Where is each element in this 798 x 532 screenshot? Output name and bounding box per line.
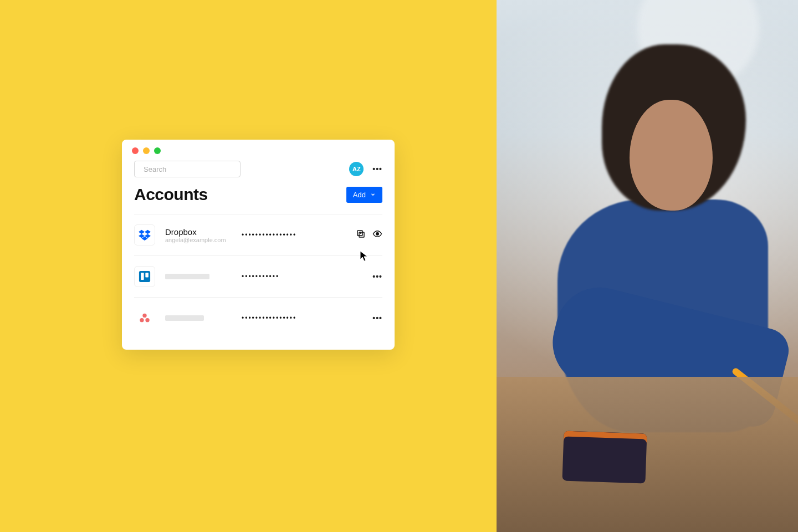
toolbar: AZ •••	[122, 158, 395, 185]
svg-rect-14	[145, 273, 149, 277]
row-more-button[interactable]: •••	[372, 314, 382, 323]
account-name-placeholder	[165, 274, 232, 279]
dropbox-icon	[134, 224, 155, 245]
account-name: Dropbox	[165, 227, 232, 237]
svg-marker-3	[145, 230, 151, 234]
password-masked: ••••••••••••••••	[242, 231, 346, 239]
svg-rect-12	[139, 271, 150, 282]
copy-password-button[interactable]	[356, 229, 366, 241]
trello-icon	[134, 266, 155, 287]
search-input[interactable]	[144, 165, 237, 173]
svg-point-17	[145, 318, 149, 322]
calculator-shape	[562, 431, 647, 483]
chevron-down-icon	[370, 192, 376, 197]
minimize-window-button[interactable]	[143, 147, 150, 154]
account-subtitle: angela@example.com	[165, 237, 232, 243]
account-row[interactable]: ••••••••••• •••	[134, 255, 382, 297]
svg-rect-13	[141, 273, 144, 280]
account-row[interactable]: •••••••••••••••• •••	[134, 297, 382, 339]
accounts-list: Dropbox angela@example.com •••••••••••••…	[122, 214, 395, 339]
reveal-password-button[interactable]	[372, 229, 382, 241]
svg-point-11	[376, 233, 379, 236]
hero-photo	[497, 0, 798, 532]
svg-marker-2	[139, 230, 145, 234]
page-title: Accounts	[134, 185, 208, 204]
marketing-left-panel: AZ ••• Accounts Add	[0, 0, 497, 532]
account-name-placeholder	[165, 315, 232, 321]
svg-point-15	[142, 314, 146, 318]
asana-icon	[134, 308, 155, 329]
add-button-label: Add	[353, 191, 366, 199]
password-masked: •••••••••••	[242, 273, 362, 280]
close-window-button[interactable]	[132, 147, 139, 154]
search-input-wrapper[interactable]	[134, 161, 241, 177]
row-more-button[interactable]: •••	[372, 272, 382, 281]
app-window: AZ ••• Accounts Add	[122, 140, 395, 350]
desk-shape	[497, 377, 798, 532]
account-row[interactable]: Dropbox angela@example.com •••••••••••••…	[134, 214, 382, 255]
page-header: Accounts Add	[122, 185, 395, 214]
password-masked: ••••••••••••••••	[242, 314, 362, 322]
svg-point-16	[140, 318, 144, 322]
zoom-window-button[interactable]	[154, 147, 161, 154]
window-controls	[122, 140, 395, 158]
add-account-button[interactable]: Add	[346, 187, 382, 203]
avatar[interactable]: AZ	[349, 162, 364, 176]
toolbar-more-button[interactable]: •••	[372, 165, 382, 173]
